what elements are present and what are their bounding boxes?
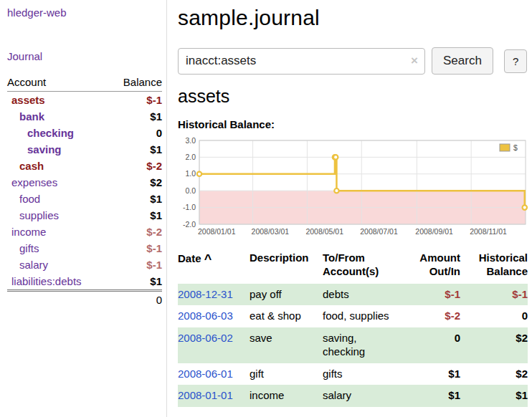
account-name-cell: salary — [7, 257, 109, 273]
accounts-header-row: Account Balance — [7, 74, 162, 92]
x-tick-label: 2008/05/01 — [305, 227, 343, 236]
transaction-date-cell: 2008-12-31 — [178, 284, 244, 306]
x-tick-label: 2008/07/01 — [360, 227, 398, 236]
transaction-date-link[interactable]: 2008-12-31 — [178, 288, 233, 300]
help-button[interactable]: ? — [504, 49, 527, 73]
search-bar: × Search ? — [178, 47, 528, 75]
register-row: 2008-01-01incomesalary$1$1 — [178, 385, 528, 407]
account-balance: $2 — [109, 174, 162, 191]
sidebar-account-income[interactable]: income — [7, 226, 46, 238]
transaction-date-link[interactable]: 2008-06-03 — [178, 310, 233, 322]
x-tick-label: 2008/01/01 — [198, 227, 236, 236]
main-content: sample.journal × Search ? assets Histori… — [167, 0, 532, 417]
account-balance: $-2 — [109, 224, 162, 240]
x-tick-label: 2008/03/01 — [252, 227, 290, 236]
account-balance: $1 — [109, 141, 162, 158]
register-row: 2008-06-03eat & shopfood, supplies$-20 — [178, 305, 528, 327]
account-balance: 0 — [109, 125, 162, 141]
register-row: 2008-12-31pay offdebts$-1$-1 — [178, 284, 528, 306]
sidebar-account-cash[interactable]: cash — [7, 160, 44, 172]
chart-point — [333, 155, 338, 159]
account-row: checking0 — [7, 125, 162, 141]
account-balance: $1 — [109, 108, 162, 125]
clear-search-icon[interactable]: × — [411, 54, 418, 68]
page-title: sample.journal — [178, 6, 528, 30]
search-input[interactable] — [178, 48, 425, 75]
accounts-total-spacer — [7, 291, 109, 309]
sidebar-account-liabilities-debts[interactable]: liabilities:debts — [7, 275, 82, 287]
x-tick-label: 2008/11/01 — [470, 227, 507, 236]
transaction-amount: $1 — [400, 363, 460, 385]
account-name-cell: checking — [7, 125, 109, 141]
account-balance: $-1 — [109, 240, 162, 257]
account-row: food$1 — [7, 191, 162, 207]
legend-swatch — [500, 144, 510, 151]
transaction-description: gift — [244, 363, 317, 385]
transaction-accounts: salary — [317, 385, 400, 407]
account-row: gifts$-1 — [7, 240, 162, 257]
account-name-cell: food — [7, 191, 109, 207]
account-name-cell: income — [7, 224, 109, 240]
sidebar-account-gifts[interactable]: gifts — [7, 242, 39, 254]
col-description: Description — [244, 250, 317, 284]
account-name-cell: saving — [7, 141, 109, 158]
account-balance: $-1 — [109, 92, 162, 109]
accounts-total-value: 0 — [109, 291, 162, 309]
account-row: expenses$2 — [7, 174, 162, 191]
sidebar-account-food[interactable]: food — [7, 193, 40, 205]
sidebar-account-assets[interactable]: assets — [7, 94, 45, 106]
transaction-amount: $-1 — [400, 284, 460, 306]
chart-point — [523, 205, 527, 209]
account-row: salary$-1 — [7, 257, 162, 273]
transaction-date-cell: 2008-06-01 — [178, 363, 244, 385]
account-row: bank$1 — [7, 108, 162, 125]
account-row: liabilities:debts$1 — [7, 273, 162, 291]
sidebar-account-checking[interactable]: checking — [7, 127, 74, 139]
app-title-link[interactable]: hledger-web — [7, 6, 162, 19]
account-row: cash$-2 — [7, 158, 162, 174]
account-balance: $-2 — [109, 158, 162, 174]
accounts-total-row: 0 — [7, 291, 162, 309]
transaction-date-link[interactable]: 2008-01-01 — [178, 389, 233, 401]
account-row: supplies$1 — [7, 207, 162, 224]
transaction-date-cell: 2008-06-03 — [178, 305, 244, 327]
x-tick-label: 2008/09/01 — [415, 227, 453, 236]
accounts-header-account: Account — [7, 74, 109, 92]
transaction-date-cell: 2008-06-02 — [178, 327, 244, 363]
sidebar-account-expenses[interactable]: expenses — [7, 176, 57, 188]
transaction-description: save — [244, 327, 317, 363]
transaction-date-link[interactable]: 2008-06-01 — [178, 368, 233, 380]
col-date[interactable]: Date — [178, 252, 201, 264]
sidebar-account-supplies[interactable]: supplies — [7, 209, 59, 221]
sidebar-account-saving[interactable]: saving — [7, 143, 62, 155]
y-tick-label: 1.0 — [185, 169, 196, 178]
sidebar-item-journal[interactable]: Journal — [7, 50, 162, 62]
account-balance: $1 — [109, 273, 162, 291]
account-balance: $1 — [109, 207, 162, 224]
register-row: 2008-06-01giftgifts$1$2 — [178, 363, 528, 385]
account-balance: $-1 — [109, 257, 162, 273]
account-name-cell: gifts — [7, 240, 109, 257]
transaction-amount: $-2 — [400, 305, 460, 327]
col-amount: Amount Out/In — [400, 250, 460, 284]
sort-asc-icon[interactable]: ^ — [204, 252, 212, 267]
transaction-description: pay off — [244, 284, 317, 306]
sidebar-account-salary[interactable]: salary — [7, 259, 48, 271]
transaction-accounts: debts — [317, 284, 400, 306]
y-tick-label: 0.0 — [185, 186, 196, 195]
transaction-description: income — [244, 385, 317, 407]
transaction-balance: $1 — [460, 385, 528, 407]
transaction-amount: 0 — [400, 327, 460, 363]
col-balance: Historical Balance — [460, 250, 528, 284]
sidebar-account-bank[interactable]: bank — [7, 110, 44, 123]
transaction-description: eat & shop — [244, 305, 317, 327]
account-name-cell: expenses — [7, 174, 109, 191]
transaction-date-link[interactable]: 2008-06-02 — [178, 332, 233, 344]
account-heading: assets — [178, 86, 528, 107]
transaction-balance: $2 — [460, 327, 528, 363]
account-balance: $1 — [109, 191, 162, 207]
account-name-cell: assets — [7, 92, 109, 109]
search-button[interactable]: Search — [432, 47, 493, 75]
transaction-amount: $1 — [400, 385, 460, 407]
account-row: saving$1 — [7, 141, 162, 158]
